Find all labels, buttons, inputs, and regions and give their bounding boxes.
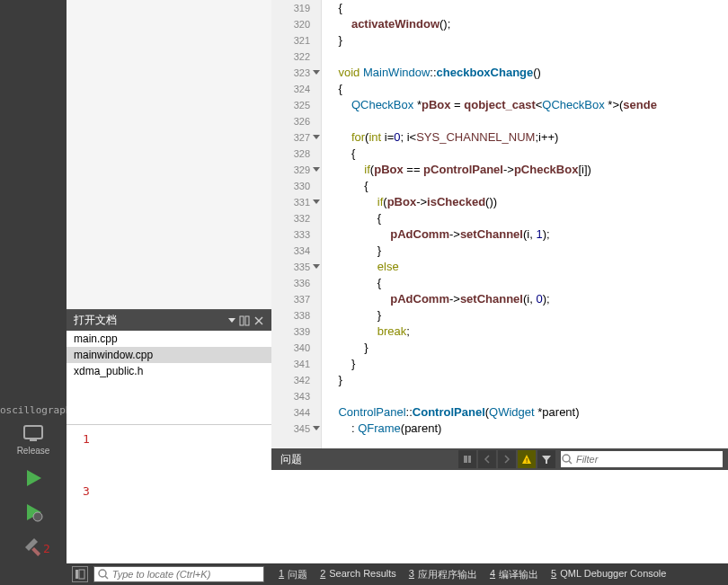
code-line[interactable]: else <box>325 259 728 275</box>
filter-input[interactable] <box>573 454 723 465</box>
code-line[interactable]: pAdComm->setChannel(i, 0); <box>325 291 728 307</box>
output-tab[interactable]: 2 Search Results <box>320 568 396 581</box>
svg-rect-10 <box>464 456 467 463</box>
svg-marker-2 <box>27 470 41 486</box>
fold-icon[interactable] <box>313 264 320 269</box>
line-number: 344 <box>271 404 321 421</box>
debug-button[interactable] <box>0 495 67 529</box>
svg-rect-5 <box>31 547 40 556</box>
line-number: 323 <box>271 65 321 81</box>
locator[interactable] <box>93 566 264 582</box>
dropdown-icon[interactable] <box>228 318 235 323</box>
code-body[interactable]: { activateWindow(); } void MainWindow::c… <box>322 0 728 448</box>
warning-icon[interactable]: ! <box>518 450 536 468</box>
doc-item[interactable]: main.cpp <box>67 331 271 347</box>
problems-filter[interactable] <box>561 451 723 467</box>
problems-body <box>271 470 728 563</box>
code-line[interactable]: } <box>325 32 728 49</box>
nav-right-icon[interactable] <box>498 450 516 468</box>
line-number: 334 <box>271 243 321 259</box>
line-number: 343 <box>271 388 321 404</box>
output-tab[interactable]: 5 QML Debugger Console <box>551 568 666 581</box>
run-button[interactable] <box>0 461 67 495</box>
output-tab[interactable]: 1 问题 <box>279 568 307 581</box>
line-number: 335 <box>271 259 321 275</box>
code-line[interactable] <box>325 113 728 129</box>
line-number: 337 <box>271 291 321 307</box>
svg-text:!: ! <box>526 456 528 465</box>
build-button[interactable] <box>0 529 67 563</box>
line-number: 327 <box>271 129 321 146</box>
svg-rect-7 <box>245 316 249 325</box>
code-line[interactable]: } <box>325 356 728 372</box>
code-line[interactable]: pAdComm->setChannel(i, 1); <box>325 226 728 243</box>
line-number: 336 <box>271 275 321 291</box>
svg-rect-0 <box>24 426 42 439</box>
code-line[interactable]: } <box>325 243 728 259</box>
line-number: 319 <box>271 0 321 16</box>
line-number: 328 <box>271 146 321 162</box>
code-line[interactable]: activateWindow(); <box>325 16 728 32</box>
nav-left-icon[interactable] <box>478 450 496 468</box>
line-number: 324 <box>271 81 321 97</box>
annotation-2: 2 <box>43 542 50 555</box>
filter-icon[interactable] <box>537 450 555 468</box>
status-bar: 1 问题2 Search Results3 应用程序输出4 编译输出5 QML … <box>0 563 728 585</box>
open-documents-list: main.cppmainwindow.cppxdma_public.h <box>67 331 271 424</box>
svg-line-20 <box>105 576 108 579</box>
code-line[interactable]: ControlPanel::ControlPanel(QWidget *pare… <box>325 404 728 421</box>
svg-point-19 <box>99 570 106 577</box>
code-line[interactable] <box>325 388 728 404</box>
fold-icon[interactable] <box>313 135 320 139</box>
activity-bar: oscillograph Release <box>0 0 67 563</box>
line-number: 326 <box>271 113 321 129</box>
code-line[interactable]: } <box>325 372 728 388</box>
code-line[interactable]: { <box>325 178 728 194</box>
code-editor[interactable]: 3193203213223233243253263273283293303313… <box>271 0 728 448</box>
line-number: 321 <box>271 32 321 49</box>
svg-point-15 <box>563 455 570 462</box>
svg-marker-14 <box>542 456 551 464</box>
line-number: 329 <box>271 162 321 178</box>
code-line[interactable] <box>325 49 728 65</box>
code-line[interactable]: for(int i=0; i<SYS_CHANNEL_NUM;i++) <box>325 129 728 146</box>
editor-column: 3193203213223233243253263273283293303313… <box>271 0 728 563</box>
line-number: 339 <box>271 324 321 340</box>
code-line[interactable]: { <box>325 81 728 97</box>
code-line[interactable]: } <box>325 340 728 356</box>
code-line[interactable]: QCheckBox *pBox = qobject_cast<QCheckBox… <box>325 97 728 113</box>
code-line[interactable]: { <box>325 0 728 16</box>
output-tab[interactable]: 4 编译输出 <box>490 568 538 581</box>
fold-icon[interactable] <box>313 70 320 75</box>
build-mode-label: Release <box>17 446 50 456</box>
doc-item[interactable]: mainwindow.cpp <box>67 347 271 363</box>
svg-rect-17 <box>75 570 78 579</box>
output-tab[interactable]: 3 应用程序输出 <box>409 568 477 581</box>
code-line[interactable]: void MainWindow::checkboxChange() <box>325 65 728 81</box>
code-line[interactable]: { <box>325 210 728 226</box>
sidebar-toggle-icon[interactable] <box>72 566 88 582</box>
svg-rect-6 <box>240 316 244 325</box>
line-number: 338 <box>271 307 321 324</box>
code-line[interactable]: : QFrame(parent) <box>325 421 728 437</box>
code-line[interactable]: { <box>325 275 728 291</box>
target-selector[interactable]: Release <box>0 418 67 461</box>
open-documents-panel: 打开文档 main.cppmainwindow.cppxdma_public.h <box>67 309 271 424</box>
code-line[interactable]: if(pBox == pControlPanel->pCheckBox[i]) <box>325 162 728 178</box>
prev-item-icon[interactable] <box>458 450 476 468</box>
doc-item[interactable]: xdma_public.h <box>67 363 271 379</box>
code-line[interactable]: break; <box>325 324 728 340</box>
split-icon[interactable] <box>239 315 250 326</box>
search-icon <box>561 453 573 465</box>
line-number: 322 <box>271 49 321 65</box>
fold-icon[interactable] <box>313 426 320 430</box>
code-line[interactable]: { <box>325 146 728 162</box>
open-documents-header[interactable]: 打开文档 <box>67 310 271 331</box>
fold-icon[interactable] <box>313 167 320 172</box>
code-line[interactable]: } <box>325 307 728 324</box>
fold-icon[interactable] <box>313 199 320 204</box>
close-icon[interactable] <box>253 315 264 326</box>
code-line[interactable]: if(pBox->isChecked()) <box>325 194 728 210</box>
locator-input[interactable] <box>109 569 263 580</box>
svg-point-4 <box>33 512 42 521</box>
